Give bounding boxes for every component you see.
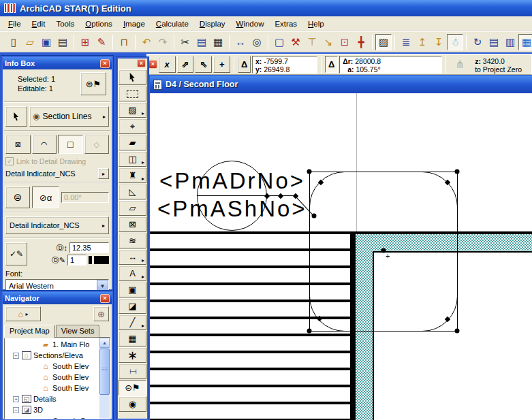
tree-item-south-elev-1[interactable]: ⌂ South Elev [5,361,99,372]
tree-scrollbar[interactable]: ▲ ≡≡ [99,338,110,419]
save-icon[interactable]: ▣ [38,34,54,50]
skewed-grid-button[interactable]: ⇗ [177,56,194,73]
line-tool[interactable]: ╱ ▸ [119,314,146,330]
project-chooser-button[interactable]: ⌂ ▸ [5,306,41,321]
z-coordinate-field[interactable]: z: 3420.0 to Project Zero [471,56,530,74]
column-tool[interactable]: ⌖ [119,118,146,134]
marker-horizontal-button[interactable]: ⊜ [5,187,30,208]
coordinate-bar-close-icon[interactable]: × [148,60,157,69]
arrow-tool[interactable] [119,69,146,85]
open-file-icon[interactable]: ▱ [22,34,38,50]
view-sets-icon[interactable]: ⊕ [93,306,109,321]
object-tool[interactable]: ♜ ▸ [119,167,146,183]
mesh-tool[interactable]: ≋ [119,233,146,248]
geometry-rectangle-button[interactable]: □ [58,135,83,154]
checkbox-checked-icon[interactable]: ✓ [5,157,14,165]
menu-item[interactable]: Tools [50,18,80,30]
geometry-rotated-rect-button[interactable]: ◇ [84,135,110,154]
tab-view-sets[interactable]: View Sets [56,325,100,337]
drawing-2-icon[interactable]: ▥ [502,34,518,50]
menu-item[interactable]: Options [80,18,118,30]
marker-text-sheet-number[interactable]: <PmAShNo> [157,196,307,222]
text-pen-field[interactable] [67,255,87,265]
marker-text-drawing-number[interactable]: <PmADrNo> [159,168,305,194]
tree-item-south-elev-3[interactable]: ⌂ South Elev [5,383,99,393]
ghost-story-icon[interactable]: ☃ [447,34,463,50]
xy-coordinate-field[interactable]: x: -7599.7 y: 26949.8 [252,56,317,74]
story-settings-icon[interactable]: ≣ [398,34,414,50]
print-icon[interactable]: ▤ [54,34,71,50]
drag-copy-icon[interactable]: ↘ [320,34,337,50]
toolbox-header[interactable]: × [118,59,147,69]
expand-toggle-icon[interactable]: − [13,353,19,359]
drawing-1-icon[interactable]: ▤ [486,34,502,50]
dimension-tool[interactable]: ↔ ▸ [119,249,146,265]
selection-handle[interactable] [455,329,460,334]
selection-handle[interactable] [307,329,312,334]
3d-cutting-icon[interactable]: ⚒ [287,34,304,50]
infobox-titlebar[interactable]: Info Box × [3,57,112,69]
navigator-titlebar[interactable]: Navigator × [3,292,112,304]
redo-icon[interactable]: ↷ [155,34,171,50]
text-tool[interactable]: A ▸ [119,265,146,281]
expand-toggle-icon[interactable]: − [13,407,19,413]
drawing-canvas[interactable]: <PmADrNo> <PmAShNo> + [150,93,532,420]
publisher-icon[interactable]: ⊞ [77,34,93,50]
geometry-polyline-button[interactable]: ◠ [32,135,57,154]
expand-toggle-icon[interactable]: + [13,396,19,402]
selection-handle[interactable] [455,169,460,174]
marker-symbol-button[interactable]: Detail Indicator_NCS ▸ [5,216,109,234]
apply-pen-button[interactable]: ✓✎ [5,242,27,265]
tree-item-details[interactable]: + ◱ Details [5,393,99,404]
scrollbar-thumb[interactable]: ≡≡ [99,349,110,395]
slab-tool[interactable]: ▱ [119,200,146,216]
story-down-icon[interactable]: ↧ [431,34,447,50]
work-environment-icon[interactable]: ⊓ [116,34,132,50]
quick-select-button[interactable] [5,106,27,127]
scroll-up-icon[interactable]: ▲ [99,338,110,348]
menu-item[interactable]: Help [302,18,330,30]
new-document-icon[interactable]: ▯ [5,34,22,50]
find-select-icon[interactable]: ◎ [249,34,265,50]
menu-item[interactable]: Calculate [151,18,194,30]
fill-display-icon[interactable]: ▨ [375,34,392,50]
menu-item[interactable]: File [3,18,27,30]
selection-handle[interactable] [307,169,312,174]
geometry-single-button[interactable]: ⊠ [5,135,31,154]
resize-icon[interactable]: ↔ [232,34,249,50]
rotated-grid-button[interactable]: ⇖ [195,56,212,73]
polar-coordinate-field[interactable]: Δr: 28000.8 a: 105.75° [339,56,442,74]
virtual-trace-icon[interactable]: ⊤ [304,34,320,50]
menu-item[interactable]: Window [231,18,270,30]
detail-settings-button[interactable]: ⊜⚑ [80,72,106,95]
menu-item[interactable]: Extras [269,18,302,30]
text-size-field[interactable] [69,242,109,253]
user-origin-button[interactable]: + [213,56,230,73]
drawing-window-titlebar[interactable]: D4 / Second Floor [150,76,532,93]
camera-tool[interactable]: ◉ [119,396,146,412]
relative-xy-toggle[interactable]: Δ [238,56,251,73]
tree-item-main-floor[interactable]: ▰ 1. Main Flo [5,339,99,350]
menu-item[interactable]: Edit [27,18,51,30]
window-tool[interactable]: ◫ ▸ [119,151,146,167]
story-up-icon[interactable]: ↥ [414,34,431,50]
fill-tool[interactable]: ◪ [119,298,146,314]
cut-icon[interactable]: ✂ [177,34,193,50]
tree-item-sections[interactable]: − ⌂ Sections/Eleva [5,350,99,361]
tree-item-3d[interactable]: − ◪ 3D [5,404,99,415]
tab-project-map[interactable]: Project Map [4,325,55,338]
zone-tool[interactable]: ▣ [119,282,146,297]
marquee-tool[interactable] [119,86,146,101]
tree-item-south-elev-2[interactable]: ⌂ South Elev [5,372,99,383]
user-origin-icon[interactable]: ╋ [353,34,369,50]
marker-flyout-button[interactable]: ▸ [98,168,109,179]
gravity-icon[interactable]: ⋔ [450,58,470,71]
multiply-icon[interactable]: ⊡ [337,34,353,50]
section-tool[interactable]: ⌶ [119,364,146,379]
marker-angle-button[interactable]: ⊘α [32,187,59,208]
active-drawing-icon[interactable]: ▦ [518,34,532,50]
undo-icon[interactable]: ↶ [138,34,155,50]
menu-item[interactable]: Image [118,18,151,30]
grid-snap-button[interactable]: x [159,56,176,73]
3d-axis-icon[interactable]: ↻ [469,34,486,50]
